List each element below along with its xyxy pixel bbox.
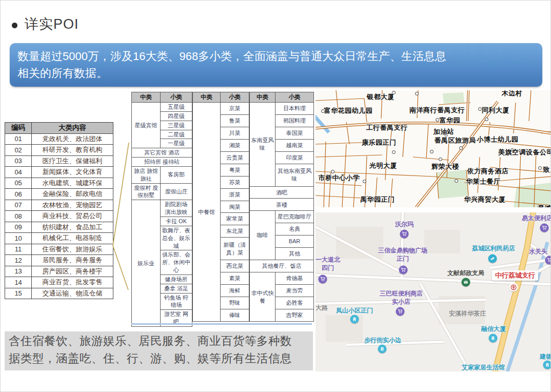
- table-row: 10机械化工、电器制造: [5, 233, 113, 244]
- poi-marker-icon: [331, 170, 334, 173]
- table-cell: 越南菜: [276, 139, 314, 151]
- table-header-cell: 小类: [276, 92, 314, 103]
- map-poi-label: 木边村: [502, 90, 523, 98]
- table-cell: 家常菜: [221, 213, 249, 225]
- table-row: 非中式快餐肯德基: [250, 272, 314, 285]
- table-header-row: 中类小类: [193, 92, 249, 103]
- table-cell: 酒吧: [250, 186, 314, 199]
- map-poi-label: 番禺区旅游局: [435, 136, 476, 145]
- table-cell: 客房部: [161, 166, 192, 183]
- table-cell: 金融保险、邮政电信: [32, 189, 113, 200]
- table-cell: 娱乐业: [132, 200, 161, 327]
- poi-marker-icon: [459, 146, 463, 150]
- table-cell: 茶楼: [250, 199, 314, 211]
- poi-marker-icon: [485, 117, 488, 121]
- table-cell: 五星级: [161, 103, 192, 112]
- table-cell: 三星级: [161, 121, 192, 130]
- table-cell: 麦当劳: [276, 285, 314, 297]
- map-poi-label: 水关头: [529, 247, 547, 256]
- table-cell: 10: [5, 233, 32, 244]
- table-cell: 西北菜: [221, 260, 249, 272]
- table-row: 09纺织建材、食品加工: [5, 222, 113, 233]
- table-cell: 12: [5, 255, 32, 266]
- table-header-cell: 小类: [221, 92, 249, 103]
- map-poi-label: 中行荔城支行: [492, 270, 538, 281]
- table-header-cell: 中类: [132, 92, 161, 103]
- table-cell: 04: [5, 167, 32, 178]
- table-cell: 商业科技、贸易公司: [32, 211, 113, 222]
- map-poi-label: 富华园: [440, 116, 461, 125]
- poi-marker-icon: [436, 118, 439, 122]
- table-cell: 其他东南亚风味: [276, 164, 314, 186]
- table-cell: 卡拉 OK: [161, 217, 192, 226]
- table-header-cell: 大类内容: [32, 123, 113, 134]
- table-row: 星级宾馆五星级: [132, 103, 192, 112]
- table-cell: 素菜: [221, 272, 249, 285]
- table-row: 08商业科技、贸易公司: [5, 211, 113, 222]
- table-cell: 房产园区、商务楼宇: [32, 266, 113, 277]
- poi-marker-icon: [430, 150, 434, 153]
- table-cell: 星级宾馆: [132, 103, 161, 148]
- table-header-row: 中类小类: [132, 92, 192, 103]
- table-cell: 度假村 度假别墅: [132, 183, 161, 200]
- map-poi-label: 致: [543, 165, 550, 174]
- map-poi-label: 三巴旺便利商店实小店: [380, 289, 423, 306]
- table-cell: 京菜: [221, 103, 249, 115]
- table-cell: 住宿餐饮、旅游娱乐: [32, 244, 113, 255]
- table-cell: 吉野家: [276, 309, 314, 321]
- table-cell: 闽菜: [221, 201, 249, 213]
- poi-marker-icon: [455, 179, 458, 183]
- table-cell: 桑拿 浴足: [161, 284, 192, 293]
- cart-icon: [319, 275, 327, 284]
- table-cell: 其他餐厅、饭店: [250, 260, 314, 272]
- table-cell: 商业百货、批发零售: [32, 277, 113, 288]
- table-cell: 四星级: [161, 111, 192, 121]
- map-poi-label: 星滩: [538, 204, 551, 207]
- building-icon: [543, 361, 551, 369]
- map-poi-label: 辉荣大楼: [431, 162, 459, 171]
- table-cell: 钓鱼场 狩猎场: [161, 293, 192, 310]
- table-row: 14商业百货、批发零售: [5, 277, 113, 288]
- map-poi-label: 依力商务酒店: [467, 167, 509, 176]
- table-row: 06金融保险、邮政电信: [5, 189, 113, 200]
- map-poi-label: 沃尔玛: [395, 220, 414, 228]
- table-header-cell: 中类: [193, 92, 221, 103]
- poi-marker-icon: [538, 166, 542, 170]
- table-cell: 其他: [276, 248, 314, 260]
- classic-street-map: 银都大厦木边村富华花园幼儿园南洋商行番禺支行同利大厦富华园工行番禺支行加油站番禺…: [316, 90, 551, 207]
- table-cell: 健身场所: [161, 275, 192, 284]
- table-cell: 纺织建材、食品加工: [32, 222, 113, 233]
- map-poi-label: 小博士幼儿园: [477, 135, 519, 144]
- table-cell: 非中式快餐: [250, 272, 276, 322]
- table-cell: 俱乐部、会所、休闲中心: [161, 250, 192, 275]
- table-cell: 居民服务、商务服务: [32, 255, 113, 266]
- bullet-icon: [12, 23, 17, 28]
- table-cell: 其它宾馆 酒店: [132, 148, 192, 158]
- cart-icon: [399, 266, 408, 275]
- table-cell: 旅店 旅馆 旅社: [132, 166, 161, 183]
- table-row: 旅店 旅馆 旅社客房部: [132, 166, 192, 183]
- slide-canvas: 详实POI 数量超过5000万，涉及16大类、968多小类，全面涵盖与普通大众日…: [0, 0, 551, 392]
- table-row: 11住宿餐饮、旅游娱乐: [5, 244, 113, 255]
- modern-city-map: 易太便利店沃尔玛三信金鼎购物广场正门一大道北四门荔城区利民药店水关头文献邮政支局…: [316, 212, 551, 371]
- table-cell: 11: [5, 244, 32, 255]
- cart-icon: [396, 307, 405, 316]
- building-icon: [350, 315, 359, 324]
- table-cell: 新疆（清真）菜: [221, 238, 249, 260]
- map-poi-label: 美旗空调设备公司: [498, 148, 551, 157]
- table-cell: 日本料理: [276, 103, 314, 115]
- table-cell: 新闻媒体、文化体育: [32, 167, 113, 178]
- table-cell: 14: [5, 277, 32, 288]
- footer-banner-line2: 据类型，涵盖吃、住、行、游、购、娱等所有生活信息: [9, 350, 309, 367]
- map-poi-label: 艾家家居生活馆: [462, 363, 505, 371]
- cart-icon: [540, 224, 549, 232]
- table-cell: 韩国料理: [276, 114, 314, 127]
- table-cell: 招待所 接待站: [132, 158, 192, 167]
- table-cell: 06: [5, 189, 32, 200]
- map-poi-label: 富华花园幼儿园: [324, 106, 373, 115]
- map-poi-label: 南洋商行番禺支行: [409, 106, 465, 115]
- post-icon: [462, 278, 470, 287]
- table-cell: 名典: [276, 223, 314, 236]
- table-row: 12居民服务、商务服务: [5, 255, 113, 266]
- table-underline: [131, 323, 312, 325]
